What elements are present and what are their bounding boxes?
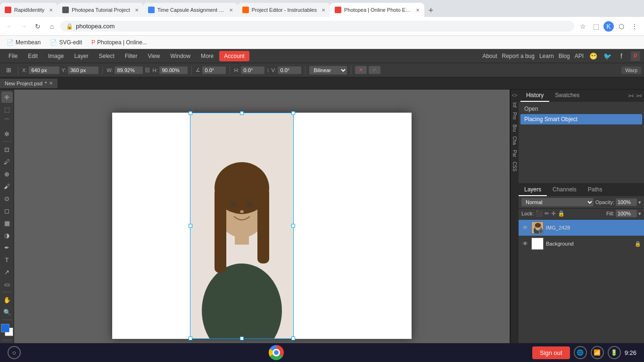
x-input[interactable] bbox=[29, 66, 59, 74]
tab-history[interactable]: History bbox=[520, 90, 549, 102]
profile-button[interactable]: K bbox=[603, 21, 614, 32]
back-button[interactable]: ← bbox=[4, 21, 15, 32]
gradient-tool[interactable]: ▦ bbox=[1, 217, 13, 229]
hand-tool[interactable]: ✋ bbox=[1, 294, 13, 305]
interpolation-select[interactable]: Bilinear Bicubic Nearest bbox=[309, 66, 347, 74]
battery-icon[interactable]: 🔋 bbox=[608, 346, 621, 359]
menu-api[interactable]: API bbox=[575, 53, 584, 59]
y-input[interactable] bbox=[68, 66, 99, 74]
layer-background[interactable]: 👁 Background 🔒 bbox=[519, 236, 644, 252]
clone-tool[interactable]: ⊙ bbox=[1, 193, 13, 204]
menu-view[interactable]: View bbox=[143, 51, 165, 61]
lock-position-icon[interactable]: ✏ bbox=[545, 210, 549, 217]
tab-close[interactable]: ✕ bbox=[49, 8, 53, 13]
menu-file[interactable]: File bbox=[4, 51, 22, 61]
document-close-button[interactable]: ✕ bbox=[49, 81, 53, 86]
tab-paths[interactable]: Paths bbox=[582, 184, 608, 196]
history-item-placing[interactable]: Placing Smart Object bbox=[520, 114, 642, 124]
new-tab-button[interactable]: + bbox=[424, 4, 438, 17]
wifi-icon[interactable]: 📶 bbox=[591, 346, 604, 359]
reload-button[interactable]: ↻ bbox=[32, 21, 43, 32]
fill-arrow[interactable]: ▾ bbox=[638, 211, 641, 217]
layer-visibility-bg[interactable]: 👁 bbox=[521, 240, 529, 247]
lock-pixels-icon[interactable]: ⬛ bbox=[536, 210, 543, 217]
menu-filter[interactable]: Filter bbox=[120, 51, 142, 61]
h2-input[interactable] bbox=[241, 66, 264, 74]
dodge-tool[interactable]: ◑ bbox=[1, 230, 13, 241]
mini-bru[interactable]: Bru bbox=[511, 123, 518, 134]
foreground-color[interactable] bbox=[1, 324, 9, 332]
confirm-transform-button[interactable]: ✓ bbox=[369, 66, 380, 74]
opacity-input[interactable] bbox=[616, 198, 637, 206]
document-tab[interactable]: New Project.psd * ✕ bbox=[0, 79, 58, 88]
tab-close[interactable]: ✕ bbox=[229, 8, 233, 13]
mini-par[interactable]: Par bbox=[511, 148, 518, 159]
layer-blend-select[interactable]: Normal Multiply Screen bbox=[521, 198, 594, 206]
tab-layers[interactable]: Layers bbox=[519, 184, 547, 196]
panel-collapse[interactable]: >< bbox=[636, 93, 642, 99]
magic-wand-tool[interactable]: ✲ bbox=[1, 128, 13, 140]
menu-more[interactable]: More bbox=[196, 51, 218, 61]
lasso-tool[interactable]: ⌒ bbox=[1, 116, 13, 127]
menu-window[interactable]: Window bbox=[165, 51, 195, 61]
menu-report-bug[interactable]: Report a bug bbox=[502, 53, 535, 59]
menu-edit[interactable]: Edit bbox=[23, 51, 42, 61]
pen-tool[interactable]: ✒ bbox=[1, 242, 13, 253]
color-picker[interactable] bbox=[1, 324, 13, 336]
tab-close[interactable]: ✕ bbox=[416, 8, 420, 13]
bookmark-svg-edit[interactable]: 📄 SVG-edit bbox=[47, 38, 85, 47]
w-input[interactable] bbox=[115, 66, 143, 74]
reddit-icon[interactable]: 😁 bbox=[588, 51, 598, 61]
healing-tool[interactable]: ⊕ bbox=[1, 168, 13, 180]
fill-input[interactable] bbox=[616, 210, 637, 217]
tab-close[interactable]: ✕ bbox=[322, 8, 325, 13]
eraser-tool[interactable]: ◻ bbox=[1, 205, 13, 216]
menu-layer[interactable]: Layer bbox=[69, 51, 93, 61]
menu-button[interactable]: ⋮ bbox=[629, 21, 640, 32]
v-input[interactable] bbox=[278, 66, 301, 74]
twitter-icon[interactable]: 🐦 bbox=[603, 51, 612, 61]
address-bar[interactable]: 🔒 photopea.com bbox=[60, 21, 574, 32]
bookmark-photopea[interactable]: P Photopea | Online... bbox=[89, 38, 150, 47]
opacity-arrow[interactable]: ▾ bbox=[638, 199, 641, 206]
photopea-flag[interactable]: P bbox=[631, 51, 640, 61]
brush-tool[interactable]: 🖌 bbox=[1, 181, 13, 192]
lock-move-icon[interactable]: ✛ bbox=[551, 210, 556, 217]
tab-time-capsule[interactable]: Time Capsule Assignment - Go... ✕ bbox=[143, 3, 238, 17]
history-item-open[interactable]: Open bbox=[520, 104, 642, 114]
warp-button[interactable]: Warp bbox=[621, 66, 641, 74]
chrome-app-icon[interactable] bbox=[269, 345, 284, 360]
text-tool[interactable]: T bbox=[1, 254, 13, 265]
zoom-tool[interactable]: 🔍 bbox=[1, 306, 13, 318]
shape-tool[interactable]: ▭ bbox=[1, 279, 13, 290]
tab-photopea[interactable]: Photopea | Online Photo Editor ✕ bbox=[330, 3, 424, 17]
tab-rapididentity[interactable]: RapidIdentity ✕ bbox=[0, 3, 58, 17]
mini-css[interactable]: CSS bbox=[511, 160, 518, 173]
tab-swatches[interactable]: Swatches bbox=[549, 90, 585, 102]
home-button[interactable]: ⌂ bbox=[46, 21, 58, 32]
layer-img2428[interactable]: 👁 bbox=[519, 220, 644, 236]
menu-image[interactable]: Image bbox=[43, 51, 68, 61]
panel-expand[interactable]: >< bbox=[628, 93, 634, 99]
mini-cha[interactable]: Cha bbox=[511, 134, 518, 147]
extensions-button[interactable]: ⬡ bbox=[616, 21, 627, 32]
forward-button[interactable]: → bbox=[18, 21, 29, 32]
menu-about[interactable]: About bbox=[482, 53, 497, 59]
path-selection-tool[interactable]: ↗ bbox=[1, 266, 13, 278]
bookmark-button[interactable]: ☆ bbox=[577, 21, 588, 32]
tab-project-editor[interactable]: Project Editor - Instructables ✕ bbox=[238, 3, 330, 17]
h-input[interactable] bbox=[159, 66, 188, 74]
layer-visibility-img2428[interactable]: 👁 bbox=[521, 224, 529, 231]
tab-search-button[interactable]: ⬚ bbox=[590, 21, 602, 32]
bookmark-membean[interactable]: 📄 Membean bbox=[4, 38, 43, 47]
facebook-icon[interactable]: f bbox=[617, 51, 626, 61]
angle-input[interactable] bbox=[202, 66, 226, 74]
taskbar-apps-button[interactable]: ○ bbox=[8, 346, 21, 359]
move-tool[interactable]: ✛ bbox=[1, 91, 13, 103]
menu-select[interactable]: Select bbox=[94, 51, 119, 61]
menu-account[interactable]: Account bbox=[219, 51, 249, 61]
eyedropper-tool[interactable]: 🖊 bbox=[1, 156, 13, 167]
mini-pro[interactable]: Pro bbox=[511, 110, 518, 122]
menu-blog[interactable]: Blog bbox=[559, 53, 570, 59]
crop-tool[interactable]: ⊡ bbox=[1, 144, 13, 155]
